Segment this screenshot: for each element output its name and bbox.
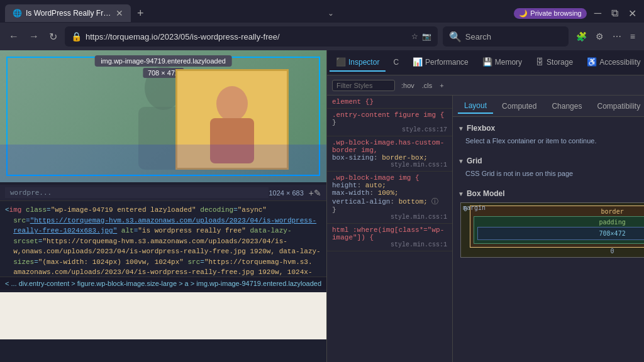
tab-memory[interactable]: 💾 Memory [476, 53, 528, 72]
css-rule-entry-figure: .entry-content figure img { } style.css:… [327, 109, 452, 136]
screenshot-icon[interactable]: 📷 [422, 32, 431, 41]
tab-overflow-button[interactable]: ⌄ [328, 9, 334, 18]
reload-button[interactable]: ↻ [47, 28, 60, 45]
box-model-diagram: margin 0 border padding [458, 200, 644, 260]
css-source-4: style.min.css:1 [332, 241, 447, 248]
flexbox-section-header[interactable]: ▼ Flexbox [458, 122, 644, 134]
css-rule-wp-block-image: .wp-block-image img { height: auto; max-… [327, 172, 452, 224]
subtab-changes[interactable]: Changes [545, 99, 588, 113]
accessibility-icon: ♿ [587, 57, 597, 67]
css-source-1: style.css:17 [332, 126, 447, 133]
devtools-tabs: ⬛ Inspector C 📊 Performance 💾 Memory 🗄 S… [327, 50, 644, 75]
css-selector-wp-block-image: .wp-block-image img { [332, 174, 447, 182]
subtab-layout[interactable]: Layout [458, 99, 493, 114]
browser-content: img.wp-image-94719.entered.lazyloaded 70… [0, 50, 326, 339]
overflow-icon[interactable]: ⋯ [610, 29, 624, 44]
devtools-panel: ⬛ Inspector C 📊 Performance 💾 Memory 🗄 S… [326, 50, 644, 362]
flexbox-section: ▼ Flexbox Select a Flex container or ite… [458, 122, 644, 147]
html-line-6: sizes="(max-width: 1024px) 100vw, 1024px… [5, 257, 321, 268]
html-line-4: srcset="https://torquemag-hvm.s3.amazona… [5, 236, 321, 247]
grid-body: CSS Grid is not in use on this page [458, 167, 644, 180]
tab-storage[interactable]: 🗄 Storage [530, 53, 579, 72]
css-rule-where-img: html :where(img[class*="wp-image"]) { st… [327, 224, 452, 251]
box-padding-layer: padding 708×472 [474, 216, 644, 244]
layout-panel: Layout Computed Changes Compatibility ▼ … [453, 96, 644, 362]
security-icon: 🔒 [71, 31, 82, 41]
filter-styles-input[interactable] [332, 80, 395, 91]
devtools-filter-toolbar: :hov .cls + inline ☀ ⊕ 📷 [327, 75, 644, 96]
tab-title: Is WordPress Really Free? The Cost [26, 9, 112, 18]
page-dimensions-display: 1024 × 683 [269, 189, 303, 197]
devtools-overlay [0, 145, 326, 182]
padding-label: padding [599, 219, 626, 226]
flexbox-title: Flexbox [467, 124, 495, 133]
restore-button[interactable]: ⧉ [609, 5, 621, 21]
html-line-3: really-free-1024x683.jpg" alt="is wordpr… [5, 226, 321, 236]
page-image-area: img.wp-image-94719.entered.lazyloaded 70… [0, 50, 326, 182]
flexbox-collapse-arrow: ▼ [458, 125, 464, 132]
pick-element-button[interactable]: ✎ [314, 188, 321, 198]
box-margin-layer: margin 0 border padding [460, 202, 644, 258]
menu-icon[interactable]: ≡ [628, 29, 638, 44]
box-model-header[interactable]: ▼ Box Model [458, 187, 644, 200]
minimize-button[interactable]: ─ [592, 5, 604, 21]
html-editor-area: img.wp-image-94719.entered.lazyloaded 70… [0, 50, 326, 362]
css-selector-entry-figure: .entry-content figure img { [332, 111, 447, 119]
bookmark-icon[interactable]: ☆ [411, 32, 418, 41]
border-label: border [601, 208, 624, 215]
subtab-compatibility[interactable]: Compatibility [591, 99, 644, 113]
box-model-section: ▼ Box Model margin 0 border [458, 187, 644, 260]
box-model-title: Box Model [467, 189, 505, 198]
extensions-icon[interactable]: 🧩 [574, 29, 589, 44]
grid-section-header[interactable]: ▼ Grid [458, 155, 644, 167]
css-source-3: style.min.css:1 [332, 214, 447, 221]
new-tab-button[interactable]: + [133, 6, 148, 21]
box-model-arrow: ▼ [458, 190, 464, 197]
css-selector-element: element {} [332, 98, 447, 106]
private-browsing-badge: 🌙 Private browsing [514, 8, 586, 19]
grid-title: Grid [467, 156, 482, 165]
css-rules-panel: element {} .entry-content figure img { }… [327, 96, 453, 362]
active-tab[interactable]: 🌐 Is WordPress Really Free? The Cost ✕ [5, 4, 131, 22]
html-code-viewer: <img class="wp-image-94719 entered lazyl… [0, 201, 326, 277]
html-path: wordpre... [5, 187, 269, 198]
tab-accessibility[interactable]: ♿ Accessibility [580, 53, 644, 72]
svg-point-3 [216, 86, 248, 121]
search-text: Search [465, 32, 491, 41]
main-area: img.wp-image-94719.entered.lazyloaded 70… [0, 50, 644, 362]
url-text: https://torquemag.io/2023/05/is-wordpres… [86, 32, 408, 41]
filter-cls-button[interactable]: .cls [419, 80, 435, 90]
tab-bar: 🌐 Is WordPress Really Free? The Cost ✕ +… [0, 0, 644, 23]
css-selector-custom-border: .wp-block-image.has-custom-border img, [332, 139, 447, 154]
grid-collapse-arrow: ▼ [458, 158, 464, 165]
html-line-7: amazonaws.com/uploads/2023/04/is-wordpre… [5, 267, 321, 277]
tab-inspector[interactable]: ⬛ Inspector [330, 53, 386, 72]
performance-icon: 📊 [413, 57, 423, 67]
content-dims: 708×472 [599, 230, 626, 237]
filter-add-button[interactable]: + [437, 80, 446, 90]
memory-icon: 💾 [482, 57, 492, 67]
filter-hov-button[interactable]: :hov [399, 80, 417, 90]
box-border-layer: border padding 708×472 [470, 206, 644, 248]
settings-icon[interactable]: ⚙ [593, 29, 606, 44]
back-button[interactable]: ← [6, 28, 21, 45]
console-icon: C [393, 58, 399, 67]
search-bar[interactable]: 🔍 Search [443, 26, 569, 47]
subtab-computed[interactable]: Computed [496, 99, 543, 113]
css-rule-custom-border: .wp-block-image.has-custom-border img, b… [327, 136, 452, 172]
tab-performance[interactable]: 📊 Performance [406, 53, 475, 72]
browser-chrome: 🌐 Is WordPress Really Free? The Cost ✕ +… [0, 0, 644, 50]
url-bar[interactable]: 🔒 https://torquemag.io/2023/05/is-wordpr… [65, 26, 438, 47]
css-source-2: style.min.css:1 [332, 162, 447, 168]
css-selector-where-img: html :where(img[class*="wp-image"]) { [332, 226, 447, 241]
add-rule-button[interactable]: + [309, 188, 314, 198]
inspector-icon: ⬛ [336, 57, 346, 67]
tab-close-button[interactable]: ✕ [116, 9, 123, 18]
close-window-button[interactable]: ✕ [626, 5, 639, 22]
tab-console[interactable]: C [387, 54, 405, 72]
margin-bottom-val: 0 [611, 248, 614, 255]
lazy-tooltip: img.wp-image-94719.entered.lazyloaded [94, 55, 232, 67]
html-line-2: src="https://torquemag-hvm.s3.amazonaws.… [5, 216, 321, 226]
layout-subtabs: Layout Computed Changes Compatibility [453, 96, 644, 117]
forward-button[interactable]: → [26, 28, 42, 45]
